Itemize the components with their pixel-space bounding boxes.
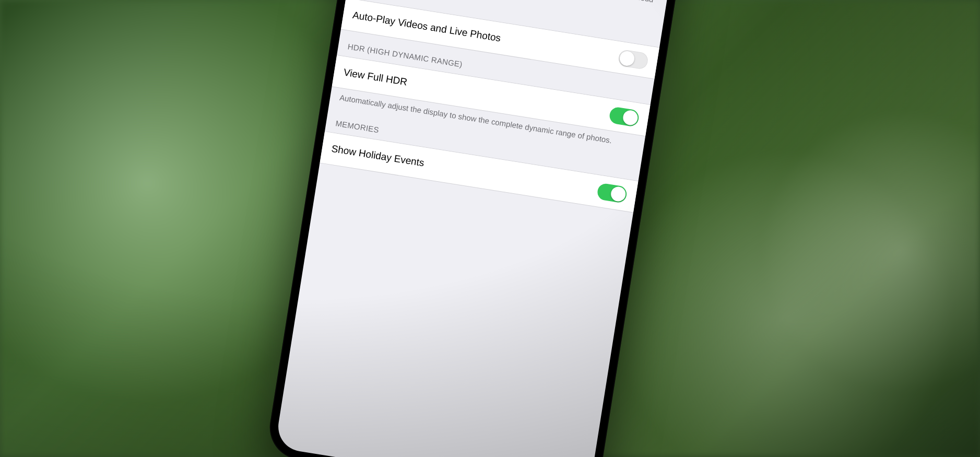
autoplay-toggle[interactable] <box>618 49 649 70</box>
settings-content[interactable]: Shared Albums Create albums to share wit… <box>320 0 682 213</box>
show-holiday-toggle[interactable] <box>596 182 628 203</box>
screen: ‹ Settings Photos Shared Albums Create a… <box>275 0 690 457</box>
show-holiday-label: Show Holiday Events <box>330 143 425 169</box>
view-full-hdr-label: View Full HDR <box>343 66 408 88</box>
iphone-device-frame: ‹ Settings Photos Shared Albums Create a… <box>265 0 700 457</box>
view-full-hdr-toggle[interactable] <box>608 106 640 127</box>
